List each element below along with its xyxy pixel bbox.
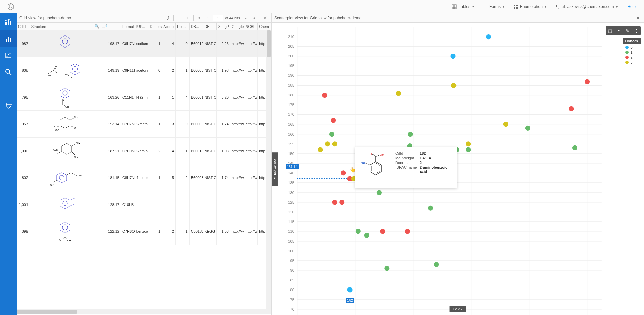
column-header[interactable]: Chem bbox=[258, 23, 271, 30]
data-point[interactable] bbox=[525, 126, 530, 131]
data-point[interactable] bbox=[331, 118, 336, 123]
legend-item[interactable]: 0 bbox=[623, 45, 641, 49]
column-header[interactable]: DB... bbox=[190, 23, 203, 30]
x-axis-selector[interactable]: CdId ▾ bbox=[450, 306, 466, 312]
tooltip-structure: OOHH₂N bbox=[359, 151, 392, 184]
close-panel-button[interactable]: ✕ bbox=[635, 15, 641, 21]
data-point[interactable] bbox=[377, 190, 382, 195]
data-point[interactable] bbox=[364, 233, 369, 238]
help-link[interactable]: Help bbox=[622, 0, 641, 13]
tooltip-label: IUPAC name bbox=[395, 165, 420, 173]
table-row[interactable]: 957CH₃OHO₂N153.14C7H7NO2-methy130B600080… bbox=[17, 111, 271, 138]
more-options-button[interactable]: ⋮ bbox=[632, 26, 641, 35]
data-point[interactable] bbox=[332, 141, 337, 146]
data-point[interactable] bbox=[347, 287, 353, 292]
y-axis-selector[interactable]: Mol Weight ▸ bbox=[272, 152, 278, 186]
data-point[interactable] bbox=[325, 141, 330, 146]
column-header[interactable]: Rot... bbox=[176, 23, 190, 30]
first-page-button[interactable]: « bbox=[196, 15, 202, 21]
column-header[interactable]: NCBI bbox=[244, 23, 258, 30]
data-point[interactable] bbox=[486, 34, 491, 39]
menu-enumeration[interactable]: Enumeration ▼ bbox=[509, 0, 551, 13]
legend-item[interactable]: 3 bbox=[623, 60, 641, 64]
table-row[interactable]: 1,001128.17C10H8 bbox=[17, 191, 271, 218]
zoom-in-button[interactable]: + bbox=[184, 15, 191, 21]
menu-user[interactable]: eblaskovics@chemaxon.com ▼ bbox=[551, 0, 623, 13]
data-point[interactable] bbox=[503, 122, 508, 127]
table-row[interactable]: 987198.17C6H7Nasodium s140B600125NIST Ch… bbox=[17, 30, 271, 57]
data-point[interactable] bbox=[450, 54, 455, 59]
data-point[interactable] bbox=[405, 229, 410, 234]
table-cell: NIST Ch bbox=[203, 57, 217, 84]
data-point[interactable] bbox=[466, 141, 471, 146]
data-point[interactable] bbox=[384, 266, 389, 271]
data-point[interactable] bbox=[585, 79, 590, 84]
draw-tool-button[interactable]: ✎ bbox=[623, 26, 632, 35]
next-page-button[interactable]: ⌄ bbox=[242, 15, 249, 21]
legend-item[interactable]: 1 bbox=[623, 50, 641, 54]
data-point[interactable] bbox=[569, 106, 574, 111]
data-point[interactable] bbox=[356, 229, 361, 234]
data-point[interactable] bbox=[408, 132, 413, 137]
data-point[interactable] bbox=[322, 93, 327, 98]
svg-line-55 bbox=[72, 144, 76, 146]
data-point[interactable] bbox=[451, 83, 456, 88]
column-header[interactable]: CdId bbox=[17, 23, 30, 30]
column-header[interactable]: Accept bbox=[162, 23, 176, 30]
table-cell bbox=[190, 191, 203, 218]
column-header[interactable]: ...🔍 bbox=[101, 23, 108, 30]
menu-forms[interactable]: Forms ▼ bbox=[479, 0, 509, 13]
share-icon[interactable]: ⤴ bbox=[165, 15, 171, 21]
svg-rect-10 bbox=[516, 5, 518, 6]
scrollbar-thumb[interactable] bbox=[267, 30, 271, 57]
sidebar-item-scatter[interactable] bbox=[0, 47, 17, 64]
column-header[interactable]: IUP... bbox=[135, 23, 149, 30]
search-icon[interactable]: 🔍 bbox=[95, 24, 99, 29]
data-point[interactable] bbox=[341, 170, 346, 175]
select-tool-button[interactable]: ⬚ bbox=[606, 26, 614, 35]
column-header[interactable]: Google bbox=[230, 23, 244, 30]
select-dropdown-button[interactable]: ▼ bbox=[614, 26, 623, 35]
page-input[interactable] bbox=[213, 15, 223, 21]
horizontal-scrollbar[interactable] bbox=[17, 309, 271, 314]
column-header[interactable]: Formul bbox=[121, 23, 135, 30]
sidebar-item-charts[interactable] bbox=[0, 30, 17, 47]
close-panel-button[interactable]: ✕ bbox=[262, 15, 269, 21]
data-point[interactable] bbox=[466, 147, 471, 152]
scatter-chart[interactable]: 7075808590951001051101151201251301351401… bbox=[272, 23, 644, 315]
table-cell: C6H7Na bbox=[121, 30, 135, 57]
column-header[interactable]: Structure🔍 bbox=[30, 23, 101, 30]
data-point[interactable] bbox=[434, 262, 439, 267]
vertical-scrollbar[interactable] bbox=[266, 30, 271, 310]
table-row[interactable]: 795HNOH163.26C11H17N-(2-me114B600017NIST… bbox=[17, 84, 271, 111]
table-cell bbox=[30, 30, 101, 57]
table-row[interactable]: 808H₃CH₃C149.19C9H11Nacetonitr021B600030… bbox=[17, 57, 271, 84]
data-point[interactable] bbox=[339, 200, 344, 205]
sidebar-item-search[interactable] bbox=[0, 64, 17, 81]
data-point[interactable] bbox=[318, 147, 323, 152]
scatter-area[interactable]: 7075808590951001051101151201251301351401… bbox=[272, 23, 644, 315]
data-point[interactable] bbox=[396, 91, 401, 96]
table-row[interactable]: 399OOH122.12C7H6O2benzoic121C00180KEGG1.… bbox=[17, 218, 271, 245]
column-header[interactable]: XLogP bbox=[217, 23, 230, 30]
prev-page-button[interactable]: ‹ bbox=[204, 15, 211, 21]
column-header[interactable]: DB... bbox=[203, 23, 217, 30]
table-row[interactable]: 1,000CH₃NH₂HO₃S187.21C7H9NO2-amino241B60… bbox=[17, 138, 271, 164]
menu-tables[interactable]: Tables ▼ bbox=[448, 0, 479, 13]
column-header[interactable]: Donors bbox=[148, 23, 162, 30]
column-header[interactable] bbox=[107, 23, 121, 30]
zoom-out-button[interactable]: − bbox=[176, 15, 182, 21]
data-point[interactable] bbox=[380, 229, 385, 234]
scrollbar-thumb[interactable] bbox=[17, 310, 77, 314]
data-point[interactable] bbox=[332, 200, 337, 205]
last-page-button[interactable]: » bbox=[251, 15, 258, 21]
grid-body[interactable]: 987198.17C6H7Nasodium s140B600125NIST Ch… bbox=[17, 30, 271, 309]
sidebar-item-list[interactable] bbox=[0, 81, 17, 97]
sidebar-item-workflow[interactable] bbox=[0, 97, 17, 114]
data-point[interactable] bbox=[428, 206, 433, 211]
data-point[interactable] bbox=[572, 145, 577, 150]
legend-item[interactable]: 2 bbox=[623, 55, 641, 59]
table-row[interactable]: 802OCH₃O₂N181.15C8H7NO4-nitrobe152B60003… bbox=[17, 164, 271, 191]
data-point[interactable] bbox=[329, 132, 334, 137]
sidebar-item-dashboard[interactable] bbox=[0, 13, 17, 30]
